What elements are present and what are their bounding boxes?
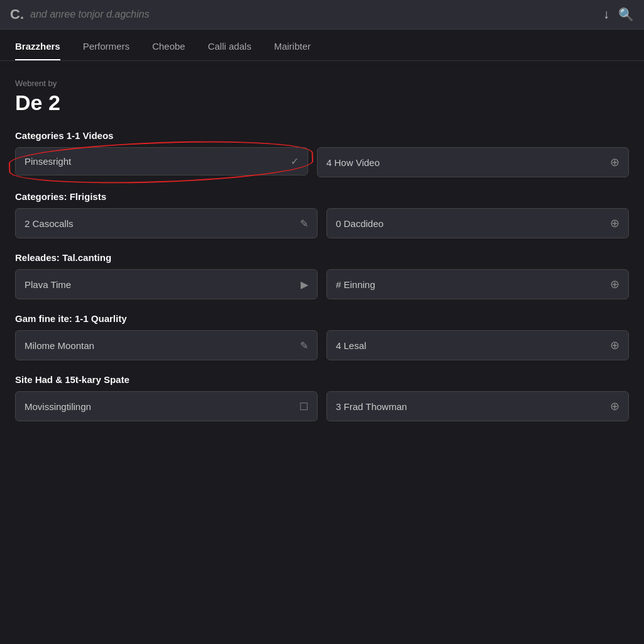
filter-label-filter-site: Site Had & 15t-kary Spate	[15, 374, 629, 385]
filter-label-filter-florists: Categories: Flrigists	[15, 191, 629, 202]
filter-section-filter-quality: Gam fine ite: 1-1 QuarlityMilome Moontan…	[15, 313, 629, 360]
filter-right-icon-filter-releades: ⊕	[610, 277, 619, 291]
filter-right-filter-florists[interactable]: 0 Dacdideo⊕	[326, 208, 629, 238]
filter-left-icon-filter-florists: ✎	[300, 218, 308, 230]
filter-right-icon-filter-florists: ⊕	[610, 216, 619, 230]
filter-row-filter-videos: Pinsesright✓4 How Video⊕	[15, 147, 629, 177]
filter-right-value-filter-releades: # Einning	[336, 279, 375, 290]
filter-section-filter-releades: Releades: Tal.cantingPlava Time▶# Einnin…	[15, 252, 629, 299]
filter-left-value-filter-releades: Plava Time	[25, 279, 71, 290]
filter-section-filter-site: Site Had & 15t-kary SpateMovissingtiling…	[15, 374, 629, 421]
filter-left-filter-videos[interactable]: Pinsesright✓	[15, 147, 308, 175]
search-icon[interactable]: 🔍	[618, 7, 634, 22]
filter-right-filter-videos[interactable]: 4 How Video⊕	[317, 147, 629, 177]
filter-label-filter-videos: Categories 1-1 Videos	[15, 130, 629, 141]
filter-right-value-filter-florists: 0 Dacdideo	[336, 218, 384, 229]
filter-right-icon-filter-quality: ⊕	[610, 338, 619, 352]
filter-left-value-filter-quality: Milome Moontan	[25, 340, 94, 351]
filter-right-filter-quality[interactable]: 4 Lesal⊕	[326, 330, 629, 360]
filter-right-icon-filter-videos: ⊕	[610, 155, 619, 169]
tab-mairibter[interactable]: Mairibter	[274, 30, 311, 60]
filters-container: Categories 1-1 VideosPinsesright✓4 How V…	[15, 130, 629, 421]
filter-left-icon-filter-site: ☐	[299, 401, 308, 413]
tab-cheobe[interactable]: Cheobe	[152, 30, 186, 60]
tab-brazzers[interactable]: Brazzhers	[15, 30, 60, 60]
filter-right-filter-releades[interactable]: # Einning⊕	[326, 269, 629, 299]
filter-label-filter-releades: Releades: Tal.canting	[15, 252, 629, 263]
main-content: Webrent by De 2 Categories 1-1 VideosPin…	[0, 61, 644, 453]
logo-icon: C.	[10, 6, 24, 23]
filter-left-icon-filter-releades: ▶	[301, 279, 308, 291]
filter-left-filter-site[interactable]: Movissingtilingn☐	[15, 391, 318, 421]
tab-performers[interactable]: Performers	[83, 30, 130, 60]
filter-row-filter-florists: 2 Casocalls✎0 Dacdideo⊕	[15, 208, 629, 238]
filter-left-filter-quality[interactable]: Milome Moontan✎	[15, 330, 318, 360]
nav-tabs: BrazzhersPerformersCheobeCalli adalsMair…	[0, 30, 644, 61]
filter-left-icon-filter-quality: ✎	[300, 340, 308, 352]
filter-left-icon-filter-videos: ✓	[291, 155, 299, 167]
filter-left-wrapper-filter-videos: Pinsesright✓	[15, 147, 308, 177]
filter-section-filter-videos: Categories 1-1 VideosPinsesright✓4 How V…	[15, 130, 629, 177]
filter-left-filter-releades[interactable]: Plava Time▶	[15, 269, 318, 299]
search-input[interactable]	[30, 9, 597, 20]
page-title: De 2	[15, 91, 629, 115]
filter-section-filter-florists: Categories: Flrigists2 Casocalls✎0 Dacdi…	[15, 191, 629, 238]
filter-label-filter-quality: Gam fine ite: 1-1 Quarlity	[15, 313, 629, 324]
search-bar: C. ↓ 🔍	[0, 0, 644, 30]
page-subtitle: Webrent by	[15, 79, 629, 88]
filter-right-value-filter-quality: 4 Lesal	[336, 340, 366, 351]
filter-row-filter-releades: Plava Time▶# Einning⊕	[15, 269, 629, 299]
filter-left-value-filter-site: Movissingtilingn	[25, 401, 91, 412]
download-icon[interactable]: ↓	[603, 7, 609, 22]
filter-left-filter-florists[interactable]: 2 Casocalls✎	[15, 208, 318, 238]
filter-row-filter-site: Movissingtilingn☐3 Frad Thowman⊕	[15, 391, 629, 421]
filter-left-value-filter-videos: Pinsesright	[25, 156, 71, 167]
filter-row-filter-quality: Milome Moontan✎4 Lesal⊕	[15, 330, 629, 360]
page-title-section: Webrent by De 2	[15, 79, 629, 115]
filter-right-value-filter-videos: 4 How Video	[326, 157, 380, 168]
search-actions: ↓ 🔍	[603, 7, 634, 22]
tab-calli-adals[interactable]: Calli adals	[208, 30, 251, 60]
filter-left-value-filter-florists: 2 Casocalls	[25, 218, 74, 229]
filter-right-icon-filter-site: ⊕	[610, 399, 619, 413]
filter-right-value-filter-site: 3 Frad Thowman	[336, 401, 407, 412]
filter-right-filter-site[interactable]: 3 Frad Thowman⊕	[326, 391, 629, 421]
